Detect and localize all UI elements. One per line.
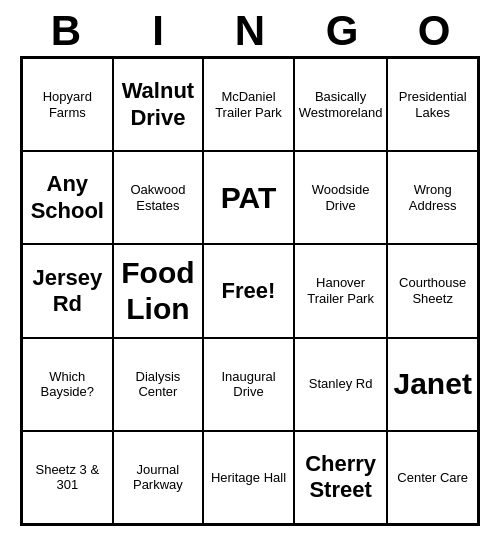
- header-letter: O: [388, 10, 480, 52]
- bingo-cell: Presidential Lakes: [387, 58, 478, 151]
- bingo-cell: Hanover Trailer Park: [294, 244, 388, 337]
- bingo-cell: Jersey Rd: [22, 244, 113, 337]
- header-letter: N: [204, 10, 296, 52]
- bingo-cell: Stanley Rd: [294, 338, 388, 431]
- bingo-cell: Wrong Address: [387, 151, 478, 244]
- bingo-cell: Heritage Hall: [203, 431, 294, 524]
- header-letter: B: [20, 10, 112, 52]
- bingo-cell: Food Lion: [113, 244, 204, 337]
- bingo-cell: Dialysis Center: [113, 338, 204, 431]
- bingo-cell: Inaugural Drive: [203, 338, 294, 431]
- bingo-cell: Basically Westmoreland: [294, 58, 388, 151]
- bingo-cell: Journal Parkway: [113, 431, 204, 524]
- header-letter: I: [112, 10, 204, 52]
- bingo-cell: Janet: [387, 338, 478, 431]
- bingo-cell: Cherry Street: [294, 431, 388, 524]
- bingo-cell: Hopyard Farms: [22, 58, 113, 151]
- bingo-cell: Free!: [203, 244, 294, 337]
- header-letter: G: [296, 10, 388, 52]
- bingo-cell: Walnut Drive: [113, 58, 204, 151]
- bingo-cell: PAT: [203, 151, 294, 244]
- bingo-header: BINGO: [20, 10, 480, 52]
- bingo-cell: Center Care: [387, 431, 478, 524]
- bingo-cell: Any School: [22, 151, 113, 244]
- bingo-cell: Courthouse Sheetz: [387, 244, 478, 337]
- bingo-cell: Which Bayside?: [22, 338, 113, 431]
- bingo-cell: Oakwood Estates: [113, 151, 204, 244]
- bingo-cell: Woodside Drive: [294, 151, 388, 244]
- bingo-cell: McDaniel Trailer Park: [203, 58, 294, 151]
- bingo-cell: Sheetz 3 & 301: [22, 431, 113, 524]
- bingo-grid: Hopyard FarmsWalnut DriveMcDaniel Traile…: [20, 56, 480, 526]
